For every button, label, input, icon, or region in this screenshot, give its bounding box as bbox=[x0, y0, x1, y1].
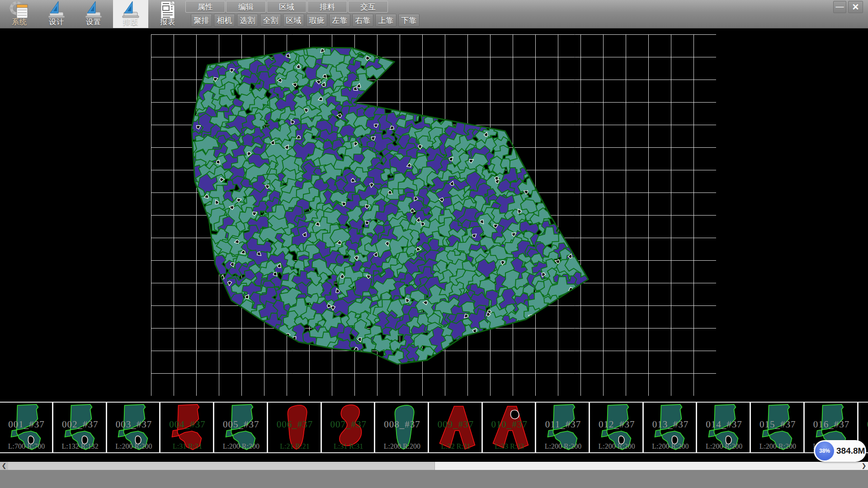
memory-usage-label: 384.8M bbox=[836, 440, 865, 462]
report-icon bbox=[157, 0, 178, 19]
piece-label: 014_#37 bbox=[698, 419, 750, 430]
piece-lr-count: L:200 R:200 bbox=[591, 442, 642, 450]
laptop-ruler-icon bbox=[83, 0, 104, 19]
piece-label: 008_#37 bbox=[377, 419, 428, 430]
action-button-cut-all[interactable]: 全割 bbox=[260, 14, 281, 27]
nesting-canvas[interactable] bbox=[151, 34, 716, 396]
action-button-cluster-nest[interactable]: 聚排 bbox=[191, 14, 212, 27]
design-button-label: 设计 bbox=[39, 18, 74, 27]
piece-lr-count: L:200 R:200 bbox=[538, 442, 589, 450]
piece-lr-count: L:200 R:200 bbox=[752, 442, 803, 450]
piece-label: 009_#37 bbox=[430, 419, 481, 430]
horizontal-scrollbar[interactable]: ❮ ❯ bbox=[0, 462, 868, 470]
action-button-bar: 聚排相机选割全割区域瑕疵左靠右靠上靠下靠 bbox=[191, 14, 421, 27]
piece-lr-count: L:31 R:31 bbox=[162, 442, 213, 450]
piece-thumbnail-013_#37[interactable]: 013_#37L:200 R:200 bbox=[645, 403, 697, 452]
piece-thumbnail-014_#37[interactable]: 014_#37L:200 R:200 bbox=[698, 403, 751, 452]
piece-lr-count: L:32 R:31 bbox=[430, 442, 481, 450]
piece-thumbnail-010_#37[interactable]: 010_#37L:33 R:33 bbox=[484, 403, 536, 452]
piece-thumbnail-strip: 001_#37L:700 R:700002_#37L:132 R:132003_… bbox=[0, 402, 868, 453]
layout-button-label: 排版 bbox=[113, 18, 148, 27]
action-button-align-bottom[interactable]: 下靠 bbox=[398, 14, 420, 27]
system-button-label: 系统 bbox=[2, 18, 37, 27]
settings-button[interactable]: 设置 bbox=[76, 0, 111, 28]
action-button-select-cut[interactable]: 选割 bbox=[237, 14, 258, 27]
piece-lr-count: L:33 R:33 bbox=[484, 442, 535, 450]
scroll-right-arrow-icon[interactable]: ❯ bbox=[860, 462, 868, 470]
piece-label: 006_#37 bbox=[269, 419, 321, 430]
laptop-ruler-icon bbox=[46, 0, 67, 19]
gear-table-icon bbox=[9, 0, 30, 19]
scrollbar-thumb[interactable] bbox=[8, 462, 435, 470]
action-button-align-top[interactable]: 上靠 bbox=[375, 14, 396, 27]
piece-lr-count: L:200 R:200 bbox=[377, 442, 428, 450]
action-button-camera[interactable]: 相机 bbox=[214, 14, 235, 27]
action-button-defect[interactable]: 瑕疵 bbox=[306, 14, 327, 27]
menu-tab-properties[interactable]: 属性 bbox=[185, 1, 225, 13]
piece-label: 011_#37 bbox=[538, 419, 589, 430]
piece-lr-count: L:200 R:200 bbox=[216, 442, 267, 450]
progress-percent-badge: 38% bbox=[815, 441, 834, 460]
piece-label: 003_#37 bbox=[108, 419, 159, 430]
piece-label: 016_#37 bbox=[806, 419, 857, 430]
application-window: 系统设计设置排版报表 属性编辑区域排料交互 聚排相机选割全割区域瑕疵左靠右靠上靠… bbox=[0, 0, 868, 488]
report-button-label: 报表 bbox=[150, 18, 185, 27]
piece-thumbnail-008_#37[interactable]: 008_#37L:200 R:200 bbox=[377, 403, 429, 452]
piece-lr-count: L:200 R:200 bbox=[698, 442, 750, 450]
piece-label: 012_#37 bbox=[591, 419, 642, 430]
scroll-left-arrow-icon[interactable]: ❮ bbox=[0, 462, 8, 470]
menu-tab-edit[interactable]: 编辑 bbox=[226, 1, 266, 13]
settings-button-label: 设置 bbox=[76, 18, 111, 27]
piece-label: 010_#37 bbox=[484, 419, 535, 430]
piece-lr-count: L:21 R:21 bbox=[269, 442, 321, 450]
piece-label: 013_#37 bbox=[645, 419, 696, 430]
report-button[interactable]: 报表 bbox=[150, 0, 185, 28]
piece-lr-count: L:31 R:31 bbox=[323, 442, 374, 450]
piece-lr-count: L:200 R:200 bbox=[108, 442, 159, 450]
menu-tab-bar: 属性编辑区域排料交互 bbox=[185, 1, 389, 14]
design-button[interactable]: 设计 bbox=[39, 0, 74, 28]
action-button-align-left[interactable]: 左靠 bbox=[329, 14, 350, 27]
menu-tab-interact[interactable]: 交互 bbox=[348, 1, 388, 13]
toolbar: 系统设计设置排版报表 属性编辑区域排料交互 聚排相机选割全割区域瑕疵左靠右靠上靠… bbox=[0, 0, 868, 28]
piece-thumbnail-003_#37[interactable]: 003_#37L:200 R:200 bbox=[108, 403, 160, 452]
piece-lr-count: L:200 R:200 bbox=[645, 442, 696, 450]
piece-label: 004_#37 bbox=[162, 419, 213, 430]
piece-thumbnail-009_#37[interactable]: 009_#37L:32 R:31 bbox=[430, 403, 483, 452]
piece-thumbnail-007_#37[interactable]: 007_#37L:31 R:31 bbox=[323, 403, 375, 452]
piece-thumbnail-001_#37[interactable]: 001_#37L:700 R:700 bbox=[1, 403, 53, 452]
piece-thumbnail-005_#37[interactable]: 005_#37L:200 R:200 bbox=[216, 403, 268, 452]
system-button[interactable]: 系统 bbox=[2, 0, 37, 28]
laptop-ruler-icon bbox=[120, 0, 141, 19]
piece-label: 001_#37 bbox=[1, 419, 52, 430]
menu-tab-nesting[interactable]: 排料 bbox=[307, 1, 347, 13]
action-button-align-right[interactable]: 右靠 bbox=[352, 14, 373, 27]
piece-label: 015_#37 bbox=[752, 419, 803, 430]
bottom-bar bbox=[0, 470, 868, 488]
piece-lr-count: L:700 R:700 bbox=[1, 442, 52, 450]
piece-lr-count: L:132 R:132 bbox=[55, 442, 106, 450]
close-button[interactable]: ✕ bbox=[848, 1, 863, 13]
action-button-region[interactable]: 区域 bbox=[283, 14, 304, 27]
piece-thumbnail-011_#37[interactable]: 011_#37L:200 R:200 bbox=[538, 403, 590, 452]
piece-label: 007_#37 bbox=[323, 419, 374, 430]
piece-thumbnail-002_#37[interactable]: 002_#37L:132 R:132 bbox=[55, 403, 107, 452]
layout-button[interactable]: 排版 bbox=[113, 0, 148, 28]
minimize-button[interactable]: — bbox=[833, 1, 846, 13]
piece-thumbnail-012_#37[interactable]: 012_#37L:200 R:200 bbox=[591, 403, 644, 452]
piece-thumbnail-004_#37[interactable]: 004_#37L:31 R:31 bbox=[162, 403, 214, 452]
piece-label: 005_#37 bbox=[216, 419, 267, 430]
piece-thumbnail-015_#37[interactable]: 015_#37L:200 R:200 bbox=[752, 403, 805, 452]
piece-label: 002_#37 bbox=[55, 419, 106, 430]
menu-tab-region[interactable]: 区域 bbox=[267, 1, 307, 13]
piece-thumbnail-006_#37[interactable]: 006_#37L:21 R:21 bbox=[269, 403, 322, 452]
status-pill: 38% 384.8M bbox=[814, 440, 866, 462]
piece-label: 017_#37 bbox=[859, 419, 868, 430]
